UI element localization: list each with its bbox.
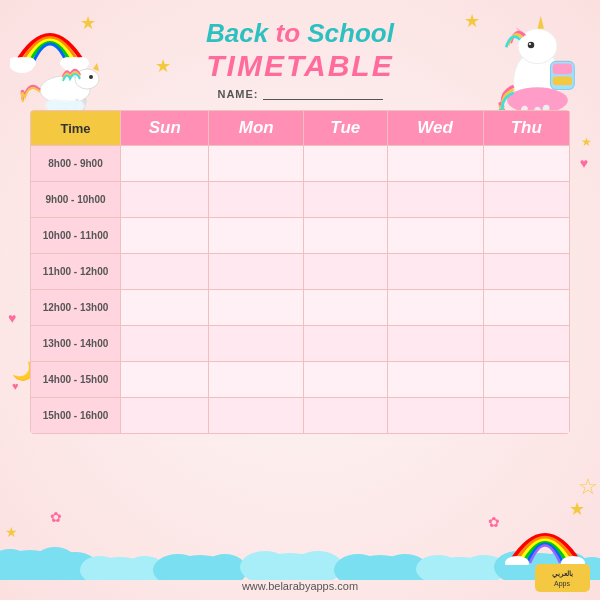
schedule-cell — [121, 362, 209, 398]
time-cell: 12h00 - 13h00 — [31, 290, 121, 326]
time-cell: 10h00 - 11h00 — [31, 218, 121, 254]
schedule-cell — [209, 254, 304, 290]
table-row: 11h00 - 12h00 — [31, 254, 570, 290]
table-row: 14h00 - 15h00 — [31, 362, 570, 398]
name-underline — [263, 88, 383, 100]
schedule-cell — [483, 218, 569, 254]
schedule-cell — [483, 146, 569, 182]
timetable-container: Time Sun Mon Tue Wed Thu 8h00 - 9h009h00… — [30, 110, 570, 434]
schedule-cell — [121, 182, 209, 218]
col-header-tue: Tue — [303, 111, 387, 146]
schedule-cell — [209, 218, 304, 254]
schedule-cell — [209, 182, 304, 218]
time-cell: 11h00 - 12h00 — [31, 254, 121, 290]
brand-badge-svg: بالعربي Apps — [535, 564, 590, 592]
schedule-cell — [303, 254, 387, 290]
table-header-row: Time Sun Mon Tue Wed Thu — [31, 111, 570, 146]
schedule-cell — [387, 290, 483, 326]
schedule-cell — [387, 254, 483, 290]
rainbow-decoration-bottom-right — [505, 515, 585, 565]
schedule-cell — [483, 326, 569, 362]
name-field: NAME: — [0, 88, 600, 100]
table-row: 13h00 - 14h00 — [31, 326, 570, 362]
timetable: Time Sun Mon Tue Wed Thu 8h00 - 9h009h00… — [30, 110, 570, 434]
schedule-cell — [387, 398, 483, 434]
svg-text:Apps: Apps — [554, 580, 570, 588]
heart-icon-3: ♥ — [12, 380, 19, 392]
heart-icon-2: ♥ — [8, 310, 16, 326]
col-header-time: Time — [31, 111, 121, 146]
schedule-cell — [303, 362, 387, 398]
footer: www.belarabyapps.com — [0, 580, 600, 592]
schedule-cell — [387, 146, 483, 182]
heart-icon-1: ♥ — [580, 155, 588, 171]
schedule-cell — [483, 254, 569, 290]
subtitle: Back to School — [0, 18, 600, 49]
time-cell: 8h00 - 9h00 — [31, 146, 121, 182]
time-cell: 9h00 - 10h00 — [31, 182, 121, 218]
schedule-cell — [387, 218, 483, 254]
schedule-cell — [483, 290, 569, 326]
schedule-cell — [387, 326, 483, 362]
schedule-cell — [209, 362, 304, 398]
col-header-wed: Wed — [387, 111, 483, 146]
time-cell: 15h00 - 16h00 — [31, 398, 121, 434]
table-row: 8h00 - 9h00 — [31, 146, 570, 182]
schedule-cell — [303, 146, 387, 182]
name-label: NAME: — [217, 88, 258, 100]
schedule-cell — [387, 362, 483, 398]
schedule-cell — [303, 398, 387, 434]
time-cell: 13h00 - 14h00 — [31, 326, 121, 362]
page: ★ ★ ★ ✦ ★ ★ ★ ☆ ♥ ♥ ♥ ✿ ✿ ✿ ✿ 🌙 — [0, 0, 600, 600]
schedule-cell — [303, 218, 387, 254]
flower-icon-3: ✿ — [50, 509, 62, 525]
schedule-cell — [483, 362, 569, 398]
schedule-cell — [387, 182, 483, 218]
schedule-cell — [209, 326, 304, 362]
table-row: 12h00 - 13h00 — [31, 290, 570, 326]
star-outline-icon: ☆ — [578, 474, 598, 500]
star-icon-7: ★ — [5, 524, 18, 540]
table-row: 10h00 - 11h00 — [31, 218, 570, 254]
schedule-cell — [303, 290, 387, 326]
schedule-cell — [121, 146, 209, 182]
schedule-cell — [121, 290, 209, 326]
brand-badge: بالعربي Apps — [535, 564, 590, 596]
flower-icon-4: ✿ — [488, 514, 500, 530]
schedule-cell — [303, 182, 387, 218]
schedule-cell — [483, 182, 569, 218]
schedule-cell — [303, 326, 387, 362]
schedule-cell — [121, 218, 209, 254]
schedule-cell — [209, 290, 304, 326]
schedule-cell — [483, 398, 569, 434]
svg-text:بالعربي: بالعربي — [552, 570, 573, 578]
time-cell: 14h00 - 15h00 — [31, 362, 121, 398]
schedule-cell — [121, 326, 209, 362]
table-row: 15h00 - 16h00 — [31, 398, 570, 434]
schedule-cell — [209, 146, 304, 182]
title-area: Back to School TIMETABLE NAME: — [0, 0, 600, 100]
col-header-thu: Thu — [483, 111, 569, 146]
table-row: 9h00 - 10h00 — [31, 182, 570, 218]
col-header-mon: Mon — [209, 111, 304, 146]
col-header-sun: Sun — [121, 111, 209, 146]
svg-rect-55 — [535, 564, 590, 592]
schedule-cell — [209, 398, 304, 434]
star-icon-5: ★ — [581, 135, 592, 149]
schedule-cell — [121, 254, 209, 290]
schedule-cell — [121, 398, 209, 434]
main-title: TIMETABLE — [0, 49, 600, 82]
footer-url: www.belarabyapps.com — [242, 580, 358, 592]
